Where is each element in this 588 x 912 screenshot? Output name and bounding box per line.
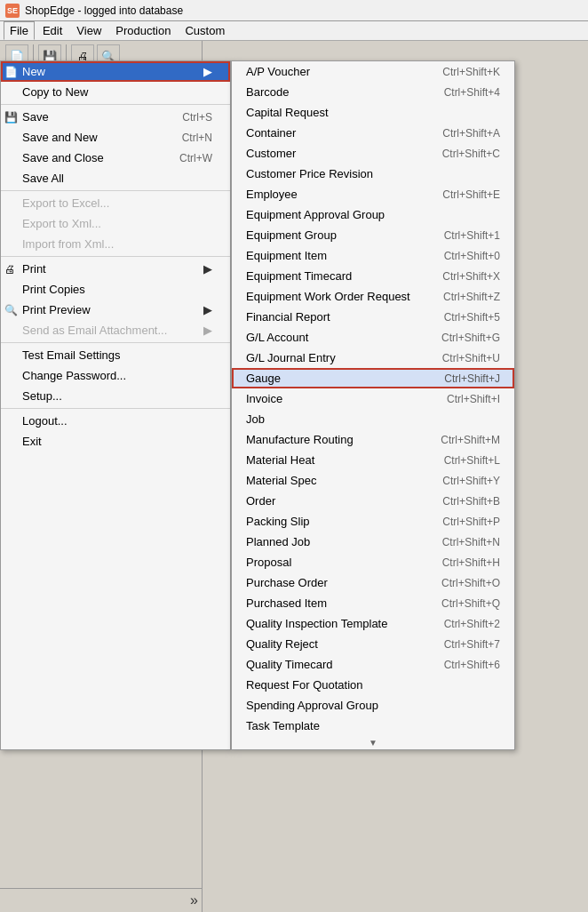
file-menu-print-copies[interactable]: Print Copies [1, 279, 230, 300]
submenu-material-heat[interactable]: Material Heat Ctrl+Shift+L [232, 450, 514, 470]
file-menu-logout[interactable]: Logout... [1, 411, 230, 431]
file-menu-sep3 [1, 256, 230, 257]
submenu-quality-inspection-template[interactable]: Quality Inspection Template Ctrl+Shift+2 [232, 613, 514, 634]
new-submenu: A/P Voucher Ctrl+Shift+K Barcode Ctrl+Sh… [231, 60, 515, 750]
file-menu-copy-to-new[interactable]: Copy to New [1, 82, 230, 102]
submenu-financial-report[interactable]: Financial Report Ctrl+Shift+5 [232, 307, 514, 327]
submenu-purchased-item[interactable]: Purchased Item Ctrl+Shift+Q [232, 593, 514, 613]
submenu-barcode[interactable]: Barcode Ctrl+Shift+4 [232, 82, 514, 102]
submenu-gauge[interactable]: Gauge Ctrl+Shift+J [232, 368, 514, 388]
submenu-equipment-approval-group[interactable]: Equipment Approval Group [232, 204, 514, 225]
file-menu-save-and-new[interactable]: Save and New Ctrl+N [1, 127, 230, 148]
main-area: 📄 💾 🖨 🔍 Equipment General Ledger Invento… [0, 41, 588, 912]
submenu-capital-request[interactable]: Capital Request [232, 102, 514, 123]
menu-file[interactable]: File [4, 21, 35, 40]
menu-edit[interactable]: Edit [36, 21, 68, 40]
title-bar: SE ShopEdge - logged into database [0, 0, 588, 21]
submenu-packing-slip[interactable]: Packing Slip Ctrl+Shift+P [232, 511, 514, 532]
file-menu-print-preview[interactable]: 🔍 Print Preview ▶ [1, 300, 230, 320]
menu-custom[interactable]: Custom [179, 21, 231, 40]
file-menu-export-excel: Export to Excel... [1, 193, 230, 213]
file-menu-print[interactable]: 🖨 Print ▶ [1, 259, 230, 279]
submenu-equipment-item[interactable]: Equipment Item Ctrl+Shift+0 [232, 245, 514, 266]
file-dropdown: 📄 New ▶ Copy to New 💾 Save Ctrl+S Save a… [0, 60, 231, 750]
file-menu-sep4 [1, 342, 230, 343]
file-menu-save[interactable]: 💾 Save Ctrl+S [1, 107, 230, 127]
file-menu-sep5 [1, 408, 230, 409]
submenu-container[interactable]: Container Ctrl+Shift+A [232, 123, 514, 143]
sidebar-bottom: » [0, 888, 202, 912]
submenu-spending-approval-group[interactable]: Spending Approval Group [232, 695, 514, 716]
file-menu-test-email[interactable]: Test Email Settings [1, 345, 230, 365]
submenu-ap-voucher[interactable]: A/P Voucher Ctrl+Shift+K [232, 61, 514, 82]
file-menu-import-xml: Import from Xml... [1, 234, 230, 254]
file-menu-change-password[interactable]: Change Password... [1, 365, 230, 386]
submenu-equipment-group[interactable]: Equipment Group Ctrl+Shift+1 [232, 225, 514, 245]
submenu-scroll-down: ▼ [232, 736, 514, 749]
submenu-customer[interactable]: Customer Ctrl+Shift+C [232, 143, 514, 164]
file-menu-exit[interactable]: Exit [1, 431, 230, 452]
submenu-manufacture-routing[interactable]: Manufacture Routing Ctrl+Shift+M [232, 429, 514, 450]
menu-bar: File Edit View Production Custom [0, 21, 588, 41]
submenu-employee[interactable]: Employee Ctrl+Shift+E [232, 184, 514, 204]
submenu-proposal[interactable]: Proposal Ctrl+Shift+H [232, 552, 514, 572]
submenu-task-template[interactable]: Task Template [232, 716, 514, 736]
submenu-invoice[interactable]: Invoice Ctrl+Shift+I [232, 388, 514, 409]
submenu-planned-job[interactable]: Planned Job Ctrl+Shift+N [232, 532, 514, 552]
submenu-customer-price-revision[interactable]: Customer Price Revision [232, 164, 514, 184]
submenu-equipment-timecard[interactable]: Equipment Timecard Ctrl+Shift+X [232, 266, 514, 286]
file-menu-sep1 [1, 104, 230, 105]
submenu-quality-timecard[interactable]: Quality Timecard Ctrl+Shift+6 [232, 654, 514, 675]
file-menu-sep2 [1, 190, 230, 191]
submenu-gl-journal-entry[interactable]: G/L Journal Entry Ctrl+Shift+U [232, 348, 514, 368]
submenu-material-spec[interactable]: Material Spec Ctrl+Shift+Y [232, 470, 514, 491]
submenu-job[interactable]: Job [232, 409, 514, 429]
submenu-equipment-work-order-request[interactable]: Equipment Work Order Request Ctrl+Shift+… [232, 286, 514, 307]
file-menu-save-and-close[interactable]: Save and Close Ctrl+W [1, 148, 230, 168]
submenu-purchase-order[interactable]: Purchase Order Ctrl+Shift+O [232, 572, 514, 593]
submenu-order[interactable]: Order Ctrl+Shift+B [232, 491, 514, 511]
submenu-gl-account[interactable]: G/L Account Ctrl+Shift+G [232, 327, 514, 348]
dropdown-container: 📄 New ▶ Copy to New 💾 Save Ctrl+S Save a… [0, 41, 515, 750]
file-menu-new[interactable]: 📄 New ▶ [1, 61, 230, 82]
submenu-quality-reject[interactable]: Quality Reject Ctrl+Shift+7 [232, 634, 514, 654]
app-icon: SE [5, 4, 20, 18]
submenu-request-for-quotation[interactable]: Request For Quotation [232, 675, 514, 695]
file-menu-save-all[interactable]: Save All [1, 168, 230, 188]
file-menu-send-email: Send as Email Attachment... ▶ [1, 320, 230, 340]
menu-production[interactable]: Production [109, 21, 177, 40]
menu-view[interactable]: View [70, 21, 107, 40]
expand-button[interactable]: » [190, 892, 198, 908]
file-menu-export-xml: Export to Xml... [1, 213, 230, 234]
title-bar-text: ShopEdge - logged into database [25, 4, 183, 17]
file-menu-setup[interactable]: Setup... [1, 386, 230, 406]
